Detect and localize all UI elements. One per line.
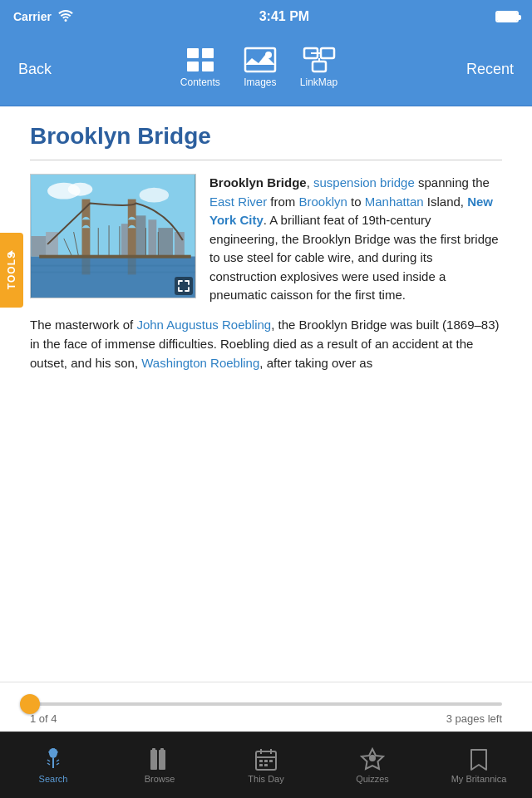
svg-rect-17 [31, 265, 195, 267]
svg-rect-53 [152, 748, 155, 751]
nav-icons: Contents Images LinkMap [180, 47, 337, 93]
svg-line-40 [47, 760, 50, 761]
body1-end: , after taking over as [259, 356, 372, 370]
svg-rect-22 [158, 228, 173, 257]
svg-point-14 [68, 183, 93, 196]
svg-point-5 [265, 52, 272, 58]
tab-bar: Search Browse [0, 732, 532, 798]
progress-labels: 1 of 4 3 pages left [30, 712, 502, 725]
svg-rect-0 [187, 48, 199, 58]
tab-quizzes[interactable]: Quizzes [319, 741, 426, 791]
mybritannica-tab-icon [466, 747, 492, 771]
quizzes-tab-icon [359, 747, 386, 771]
progress-thumb[interactable] [20, 694, 40, 714]
quizzes-tab-label: Quizzes [356, 774, 389, 784]
tools-tab[interactable]: TOOLS [0, 233, 23, 308]
washington-roebling-link[interactable]: Washington Roebling [141, 356, 259, 370]
svg-rect-52 [159, 750, 165, 770]
svg-rect-21 [148, 219, 156, 256]
roebling-link[interactable]: John Augustus Roebling [136, 318, 271, 332]
progress-current: 1 of 4 [30, 712, 57, 725]
intro-bold: Brooklyn Bridge [209, 175, 307, 190]
east-river-link[interactable]: East River [209, 195, 267, 209]
body1-pre: The masterwork of [30, 318, 136, 332]
progress-fill [30, 702, 148, 706]
article-image-container [30, 174, 196, 298]
svg-rect-62 [259, 764, 263, 766]
svg-rect-3 [202, 62, 214, 71]
tab-mybritannica[interactable]: My Britannica [426, 741, 532, 791]
browse-tab-label: Browse [145, 774, 175, 784]
article-divider [30, 160, 502, 160]
status-left: Carrier [13, 10, 73, 24]
svg-rect-4 [245, 48, 275, 71]
intro-part4: to [347, 195, 365, 209]
search-tab-label: Search [39, 774, 68, 784]
browse-tab-icon [146, 747, 173, 771]
intro-part3: from [267, 195, 298, 209]
svg-rect-16 [31, 257, 195, 298]
svg-rect-63 [264, 764, 268, 766]
mybritannica-tab-label: My Britannica [451, 774, 507, 784]
svg-point-15 [140, 188, 170, 203]
article-body: The masterwork of John Augustus Roebling… [30, 315, 502, 373]
manhattan-link[interactable]: Manhattan [365, 195, 424, 209]
status-bar: Carrier 3:41 PM [0, 0, 532, 33]
progress-track[interactable] [30, 702, 502, 706]
battery-icon [495, 11, 519, 22]
intro-part1: , [307, 175, 313, 190]
wifi-icon [58, 10, 73, 24]
contents-button[interactable]: Contents [180, 47, 220, 88]
svg-rect-36 [82, 259, 91, 275]
svg-rect-2 [187, 62, 199, 71]
svg-rect-37 [128, 259, 136, 275]
intro-part2: spanning the [415, 175, 490, 190]
back-button[interactable]: Back [8, 54, 62, 85]
suspension-bridge-link[interactable]: suspension bridge [313, 175, 415, 190]
svg-rect-54 [160, 748, 164, 751]
svg-rect-61 [269, 760, 273, 762]
svg-line-43 [57, 763, 59, 765]
contents-label: Contents [180, 76, 220, 88]
status-right [495, 11, 519, 22]
svg-line-41 [57, 760, 59, 761]
article-title: Brooklyn Bridge [30, 123, 502, 150]
expand-image-button[interactable] [175, 277, 193, 295]
tab-thisday[interactable]: This Day [213, 741, 319, 791]
svg-point-64 [369, 755, 376, 761]
svg-rect-18 [31, 271, 195, 273]
nav-bar: Back Contents Images [0, 33, 532, 106]
linkmap-label: LinkMap [300, 76, 337, 88]
article-content: Brooklyn Bridge [0, 106, 532, 682]
linkmap-button[interactable]: LinkMap [300, 47, 337, 88]
images-button[interactable]: Images [244, 47, 277, 88]
svg-line-42 [47, 763, 50, 765]
svg-rect-24 [31, 236, 47, 257]
tab-browse[interactable]: Browse [106, 741, 213, 791]
progress-remaining: 3 pages left [446, 712, 502, 725]
recent-button[interactable]: Recent [456, 54, 524, 85]
svg-rect-7 [321, 48, 334, 58]
svg-rect-60 [264, 760, 268, 762]
article-image [30, 174, 196, 298]
article-paragraph-1: The masterwork of John Augustus Roebling… [30, 315, 502, 373]
svg-rect-8 [313, 62, 326, 71]
svg-rect-35 [39, 255, 191, 259]
intro-part5: Island, [424, 195, 468, 209]
search-tab-icon [40, 747, 66, 771]
thisday-tab-label: This Day [248, 774, 283, 784]
tab-search[interactable]: Search [0, 741, 106, 791]
svg-rect-51 [150, 750, 157, 770]
svg-rect-59 [259, 760, 263, 762]
brooklyn-link[interactable]: Brooklyn [299, 195, 347, 209]
article-intro: Brooklyn Bridge, suspension bridge spann… [30, 174, 502, 305]
tools-label: TOOLS [6, 251, 17, 289]
svg-rect-1 [202, 48, 214, 58]
status-time: 3:41 PM [259, 9, 309, 24]
carrier-label: Carrier [13, 10, 52, 23]
thisday-tab-icon [253, 747, 279, 771]
progress-area: 1 of 4 3 pages left [0, 682, 532, 733]
images-label: Images [244, 76, 276, 88]
article-intro-text: Brooklyn Bridge, suspension bridge spann… [209, 174, 502, 305]
